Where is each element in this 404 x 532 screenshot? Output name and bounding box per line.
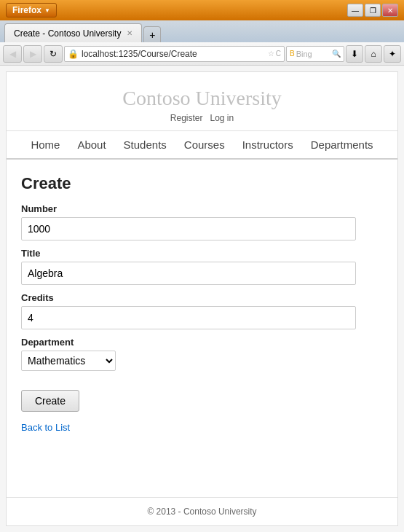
minimize-button[interactable]: —: [347, 4, 363, 17]
nav-students[interactable]: Students: [124, 138, 167, 151]
firefox-label: Firefox: [12, 5, 41, 15]
site-auth: Register Log in: [7, 113, 397, 123]
department-label: Department: [21, 337, 383, 348]
home-icon: ⌂: [371, 49, 376, 59]
tab-title: Create - Contoso University: [14, 28, 121, 39]
site-nav: Home About Students Courses Instructors …: [7, 131, 397, 160]
nav-home[interactable]: Home: [31, 138, 60, 151]
close-button[interactable]: ✕: [382, 4, 398, 17]
credits-group: Credits: [21, 292, 383, 329]
register-link[interactable]: Register: [170, 113, 203, 123]
site-header: Contoso University Register Log in: [7, 72, 397, 131]
credits-input[interactable]: [21, 306, 356, 329]
site-title: Contoso University: [7, 87, 397, 110]
new-tab-icon: +: [149, 29, 155, 41]
search-icon[interactable]: 🔍: [332, 50, 341, 58]
back-icon: ◀: [9, 49, 16, 59]
copyright-text: © 2013 - Contoso University: [147, 506, 256, 517]
number-group: Number: [21, 203, 383, 240]
back-to-list-link[interactable]: Back to List: [21, 422, 383, 433]
bing-icon: B: [290, 50, 295, 58]
refresh-icon: ↻: [49, 49, 57, 59]
nav-departments[interactable]: Departments: [311, 138, 373, 151]
form-area: Create Number Title Credits: [7, 160, 397, 497]
home-button[interactable]: ⌂: [365, 45, 382, 63]
login-link[interactable]: Log in: [210, 113, 234, 123]
new-tab-button[interactable]: +: [143, 26, 161, 42]
title-group: Title: [21, 248, 383, 285]
page-wrapper: Contoso University Register Log in Home …: [0, 66, 404, 532]
search-box[interactable]: B Bing 🔍: [286, 46, 344, 62]
search-placeholder-text: Bing: [296, 50, 312, 58]
form-title: Create: [21, 174, 383, 193]
refresh-button[interactable]: ↻: [44, 45, 63, 63]
address-refresh-icon[interactable]: C: [276, 50, 281, 58]
forward-icon: ▶: [30, 49, 36, 59]
title-label: Title: [21, 248, 383, 259]
tab-close-icon[interactable]: ✕: [127, 29, 132, 37]
forward-button[interactable]: ▶: [23, 45, 42, 63]
nav-instructors[interactable]: Instructors: [242, 138, 293, 151]
extension-button[interactable]: ✦: [384, 45, 401, 63]
number-label: Number: [21, 203, 383, 214]
download-icon: ⬇: [351, 49, 358, 59]
bookmark-icon[interactable]: ☆: [268, 50, 274, 58]
download-button[interactable]: ⬇: [346, 45, 363, 63]
address-text: localhost:1235/Course/Create: [82, 49, 265, 59]
nav-about[interactable]: About: [77, 138, 106, 151]
address-bar[interactable]: 🔒 localhost:1235/Course/Create ☆ C: [64, 46, 285, 62]
firefox-menu-button[interactable]: Firefox: [6, 3, 57, 17]
site-footer: © 2013 - Contoso University: [7, 497, 397, 525]
create-button[interactable]: Create: [21, 390, 79, 412]
address-icon: 🔒: [68, 49, 79, 59]
nav-courses[interactable]: Courses: [184, 138, 225, 151]
maximize-button[interactable]: ❐: [365, 4, 381, 17]
extension-icon: ✦: [389, 49, 396, 59]
active-tab[interactable]: Create - Contoso University ✕: [4, 23, 142, 42]
department-select[interactable]: Mathematics English Economics Engineerin…: [21, 351, 116, 371]
number-input[interactable]: [21, 217, 356, 240]
credits-label: Credits: [21, 292, 383, 303]
create-button-wrapper: Create: [21, 378, 383, 412]
title-input[interactable]: [21, 262, 356, 285]
page-content: Contoso University Register Log in Home …: [6, 71, 398, 526]
back-button[interactable]: ◀: [3, 45, 22, 63]
department-group: Department Mathematics English Economics…: [21, 337, 383, 371]
